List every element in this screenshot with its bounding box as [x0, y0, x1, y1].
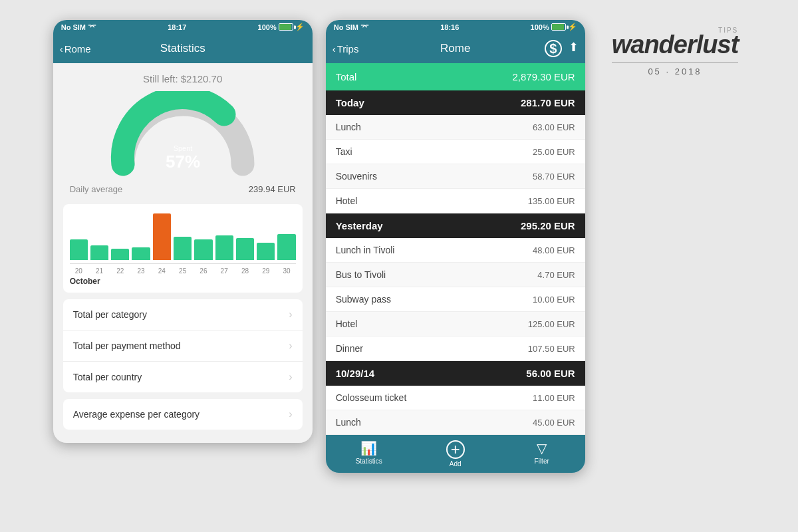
bar-item [257, 243, 275, 260]
bar-22 [111, 249, 129, 261]
bar-30 [277, 234, 295, 260]
battery-pct-left: 100% [258, 23, 277, 31]
bar-label-28: 28 [236, 267, 254, 275]
back-button-rome[interactable]: ‹ Trips [332, 43, 359, 55]
total-amount: 2,879.30 EUR [512, 71, 575, 82]
bar-29 [257, 243, 275, 260]
menu-item-category[interactable]: Total per category › [63, 299, 303, 331]
bar-item [132, 247, 150, 260]
total-row: Total 2,879.30 EUR [326, 63, 585, 90]
chevron-category: › [289, 309, 292, 321]
bar-label-21: 21 [90, 267, 108, 275]
expense-name-0-1: Taxi [336, 146, 352, 157]
expense-lunch-tivoli[interactable]: Lunch in Tivoli 48.00 EUR [326, 238, 585, 263]
currency-icon[interactable]: $ [545, 40, 562, 57]
expense-amount-1-1: 4.70 EUR [537, 270, 575, 280]
bar-label-26: 26 [194, 267, 212, 275]
nav-bar-rome: ‹ Trips Rome $ ⬆ [326, 34, 585, 63]
back-label-statistics: Rome [65, 43, 91, 55]
still-left-label: Still left: $2120.70 [63, 73, 303, 84]
brand-divider [612, 63, 739, 63]
status-bar-left: No SIM ⌤ 18:17 100% ⚡ [53, 20, 313, 34]
phone-rome: No SIM ⌤ 18:16 100% ⚡ ‹ Trips Rome $ ⬆ [326, 20, 585, 473]
signal-left: No SIM ⌤ [61, 23, 96, 31]
expense-souvenirs-today[interactable]: Souvenirs 58.70 EUR [326, 164, 585, 189]
battery-right: 100% ⚡ [531, 23, 577, 31]
back-chevron-statistics: ‹ [60, 43, 63, 55]
tab-bar: 📊 Statistics + Add ▽ Filter [326, 435, 585, 473]
menu-item-country[interactable]: Total per country › [63, 362, 303, 392]
bar-25 [174, 237, 192, 260]
menu-label-country: Total per country [73, 372, 142, 382]
expense-name-2-1: Lunch [336, 417, 361, 428]
time-right: 18:16 [440, 23, 459, 31]
expense-amount-1-3: 125.00 EUR [528, 319, 575, 329]
nav-title-rome: Rome [440, 42, 470, 55]
time-left: 18:17 [168, 23, 186, 31]
chevron-payment: › [289, 340, 292, 352]
charging-left: ⚡ [295, 23, 305, 31]
bar-item [153, 213, 171, 260]
bar-label-30: 30 [277, 267, 295, 275]
branding-area: TIPS wanderlust 05 · 2018 [598, 13, 752, 90]
statistics-screen: Still left: $2120.70 Spent 57% D [53, 63, 313, 443]
bar-item [194, 239, 212, 260]
stats-content: Still left: $2120.70 Spent 57% D [53, 63, 313, 443]
chevron-avg-category: › [289, 408, 292, 420]
filter-tab-icon: ▽ [537, 440, 547, 456]
menu-item-avg-category[interactable]: Average expense per category › [63, 399, 303, 430]
share-icon[interactable]: ⬆ [569, 40, 579, 57]
expense-amount-0-3: 135.00 EUR [528, 196, 575, 206]
expense-amount-1-4: 107.50 EUR [528, 344, 575, 354]
bar-26 [194, 239, 212, 260]
wifi-right: ⌤ [360, 23, 369, 31]
expense-hotel-today[interactable]: Hotel 135.00 EUR [326, 189, 585, 213]
back-button-statistics[interactable]: ‹ Rome [60, 43, 91, 55]
day-header-oct29: 10/29/14 56.00 EUR [326, 361, 585, 386]
expense-lunch-oct29[interactable]: Lunch 45.00 EUR [326, 410, 585, 435]
battery-icon-right [551, 23, 566, 31]
bar-item [70, 239, 88, 260]
day-label-yesterday: Yesterday [336, 220, 383, 231]
tab-add[interactable]: + Add [412, 440, 499, 467]
expense-amount-2-1: 45.00 EUR [533, 418, 575, 428]
bar-24 [153, 213, 171, 260]
daily-avg-label: Daily average [70, 184, 123, 194]
day-amount-oct29: 56.00 EUR [526, 368, 575, 379]
expense-name-1-0: Lunch in Tivoli [336, 245, 395, 255]
expense-colosseum[interactable]: Colosseum ticket 11.00 EUR [326, 386, 585, 410]
bar-item [236, 238, 254, 260]
expense-dinner[interactable]: Dinner 107.50 EUR [326, 336, 585, 361]
bar-item [215, 235, 233, 260]
bar-28 [236, 238, 254, 260]
nav-actions-rome: $ ⬆ [545, 40, 579, 57]
status-bar-right: No SIM ⌤ 18:16 100% ⚡ [326, 20, 585, 34]
menu-list-1: Total per category › Total per payment m… [63, 299, 303, 392]
nav-title-statistics: Statistics [160, 42, 205, 55]
tab-filter[interactable]: ▽ Filter [499, 440, 585, 467]
expense-hotel-yesterday[interactable]: Hotel 125.00 EUR [326, 312, 585, 336]
tab-statistics[interactable]: 📊 Statistics [326, 440, 412, 467]
add-tab-label: Add [450, 460, 462, 467]
expense-name-2-0: Colosseum ticket [336, 392, 407, 403]
statistics-tab-label: Statistics [356, 458, 382, 465]
trip-list: Today 281.70 EUR Lunch 63.00 EUR Taxi 25… [326, 90, 585, 435]
bar-chart-labels: 2021222324252627282930 [70, 267, 296, 275]
expense-subway[interactable]: Subway pass 10.00 EUR [326, 287, 585, 312]
expense-lunch-today[interactable]: Lunch 63.00 EUR [326, 115, 585, 140]
expense-bus-tivoli[interactable]: Bus to Tivoli 4.70 EUR [326, 263, 585, 287]
menu-item-payment[interactable]: Total per payment method › [63, 331, 303, 362]
expense-taxi-today[interactable]: Taxi 25.00 EUR [326, 140, 585, 164]
chevron-country: › [289, 371, 292, 383]
add-tab-icon: + [446, 440, 465, 459]
brand-name: wanderlust [612, 31, 739, 59]
wifi-left: ⌤ [88, 23, 96, 31]
day-label-oct29: 10/29/14 [336, 368, 374, 379]
daily-avg-row: Daily average 239.94 EUR [63, 181, 303, 198]
bar-label-27: 27 [215, 267, 233, 275]
statistics-tab-icon: 📊 [360, 440, 377, 456]
expense-name-1-4: Dinner [336, 343, 363, 354]
charging-right: ⚡ [568, 23, 577, 31]
phone-statistics: No SIM ⌤ 18:17 100% ⚡ ‹ Rome Statistics [53, 20, 313, 443]
expense-name-0-0: Lunch [336, 122, 361, 132]
